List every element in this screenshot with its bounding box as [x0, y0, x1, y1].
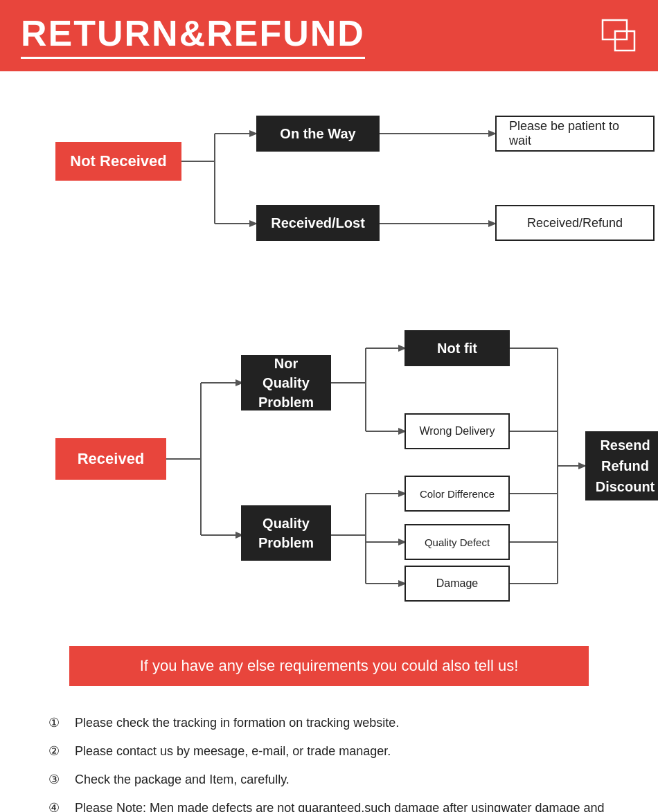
damage-box: Damage [404, 566, 510, 602]
main-content: Not Received On the Way Please be patien… [0, 71, 658, 812]
instruction-text-2: Please contact us by meesage, e-mail, or… [75, 742, 391, 761]
quality-defect-box: Quality Defect [404, 524, 510, 560]
wrong-delivery-box: Wrong Delivery [404, 413, 510, 449]
not-received-box: Not Received [55, 142, 181, 181]
resend-refund-box: Resend Refund Discount [585, 431, 658, 500]
header-icon [596, 19, 637, 53]
quality-problem-box: Quality Problem [241, 505, 331, 561]
instruction-text-3: Check the package and Item, carefully. [75, 770, 290, 789]
instruction-item-4: ④Please Note: Men made defects are not g… [48, 799, 610, 812]
footer-banner: If you have any else requirements you co… [69, 646, 589, 686]
received-refund-box: Received/Refund [495, 205, 655, 241]
nor-quality-box: Nor Quality Problem [241, 355, 331, 410]
instructions-list: ①Please check the tracking in formation … [28, 707, 630, 812]
svg-rect-1 [615, 31, 634, 51]
bottom-flowchart: Received Nor Quality Problem Quality Pro… [28, 293, 630, 625]
instruction-item-3: ③Check the package and Item, carefully. [48, 770, 610, 789]
received-box: Received [55, 438, 166, 480]
header-title: RETURN&REFUND [21, 12, 365, 59]
top-flowchart: Not Received On the Way Please be patien… [28, 92, 630, 272]
instruction-item-1: ①Please check the tracking in formation … [48, 714, 610, 732]
instruction-num-1: ① [48, 714, 69, 732]
instruction-num-3: ③ [48, 770, 69, 789]
not-fit-box: Not fit [404, 330, 510, 366]
instruction-text-4: Please Note: Men made defects are not gu… [75, 799, 610, 812]
instruction-num-4: ④ [48, 799, 69, 812]
instruction-num-2: ② [48, 742, 69, 761]
received-lost-box: Received/Lost [256, 205, 380, 241]
on-the-way-box: On the Way [256, 116, 380, 152]
instruction-text-1: Please check the tracking in formation o… [75, 714, 399, 732]
header: RETURN&REFUND [0, 0, 658, 71]
color-difference-box: Color Difference [404, 476, 510, 512]
please-wait-box: Please be patient to wait [495, 116, 655, 152]
instruction-item-2: ②Please contact us by meesage, e-mail, o… [48, 742, 610, 761]
